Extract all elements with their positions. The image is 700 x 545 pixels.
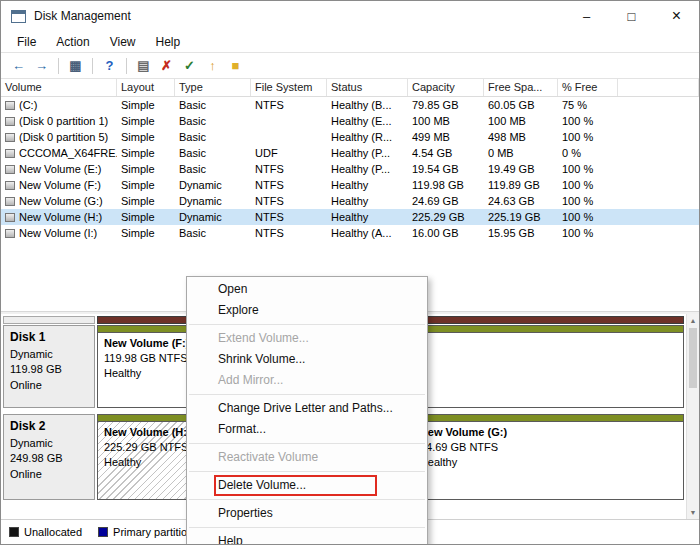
volume-row[interactable]: (Disk 0 partition 5)SimpleBasicHealthy (…	[1, 129, 699, 145]
back-icon[interactable]: ←	[7, 55, 30, 76]
status-cell: Healthy (R...	[327, 131, 408, 143]
volume-name: New Volume (E:)	[19, 163, 102, 175]
scrollbar-thumb[interactable]	[689, 328, 697, 388]
context-menu-item-add-mirror: Add Mirror...	[187, 370, 427, 391]
format-icon[interactable]: ✓	[178, 55, 201, 76]
close-button[interactable]: ×	[654, 1, 699, 31]
context-menu-item-open[interactable]: Open	[187, 279, 427, 300]
column-header-free-spa[interactable]: Free Spa...	[484, 79, 558, 96]
column-header-filler	[618, 79, 699, 96]
column-header-free[interactable]: % Free	[558, 79, 618, 96]
context-menu-item-format[interactable]: Format...	[187, 419, 427, 440]
context-menu-item-explore[interactable]: Explore	[187, 300, 427, 321]
disk-type: Dynamic	[10, 436, 88, 451]
volume-row[interactable]: CCCOMA_X64FRE...SimpleBasicUDFHealthy (P…	[1, 145, 699, 161]
layout-cell: Simple	[117, 227, 175, 239]
disk-1-label[interactable]: Disk 1 Dynamic 119.98 GB Online	[3, 325, 95, 408]
window-title: Disk Management	[34, 9, 131, 23]
volume-table-header: VolumeLayoutTypeFile SystemStatusCapacit…	[1, 79, 699, 97]
maximize-button[interactable]: □	[609, 1, 654, 31]
volume-row[interactable]: (C:)SimpleBasicNTFSHealthy (B...79.85 GB…	[1, 97, 699, 113]
free-space-cell: 60.05 GB	[484, 99, 558, 111]
column-header-capacity[interactable]: Capacity	[408, 79, 484, 96]
layout-cell: Simple	[117, 115, 175, 127]
volume-row[interactable]: New Volume (G:)SimpleDynamicNTFSHealthy2…	[1, 193, 699, 209]
legend-label: Primary partition	[113, 526, 193, 538]
volume-row[interactable]: New Volume (F:)SimpleDynamicNTFSHealthy1…	[1, 177, 699, 193]
context-menu-item-reactivate-volume: Reactivate Volume	[187, 447, 427, 468]
column-header-type[interactable]: Type	[175, 79, 251, 96]
context-menu-item-help[interactable]: Help	[187, 531, 427, 545]
column-header-volume[interactable]: Volume	[1, 79, 117, 96]
help-icon[interactable]: ?	[98, 55, 121, 76]
menu-separator	[189, 324, 425, 325]
volume-cell: New Volume (I:)	[1, 227, 117, 239]
forward-icon[interactable]: →	[30, 55, 53, 76]
volume-cell: (C:)	[1, 99, 117, 111]
menu-help[interactable]: Help	[146, 35, 191, 49]
column-header-layout[interactable]: Layout	[117, 79, 175, 96]
type-cell: Basic	[175, 99, 251, 111]
volume-row[interactable]: New Volume (H:)SimpleDynamicNTFSHealthy2…	[1, 209, 699, 225]
menubar: FileActionViewHelp	[1, 31, 699, 52]
context-menu-item-delete-volume[interactable]: Delete Volume...	[187, 475, 427, 496]
menu-separator	[189, 471, 425, 472]
delete-icon[interactable]: ✗	[155, 55, 178, 76]
file-system-cell: UDF	[251, 147, 327, 159]
context-menu-item-properties[interactable]: Properties	[187, 503, 427, 524]
pct-free-cell: 100 %	[558, 179, 618, 191]
folder-icon[interactable]: ■	[224, 55, 247, 76]
disk-volume[interactable]: New Volume (G:)24.69 GB NTFSHealthy	[414, 415, 683, 499]
up-icon[interactable]: ↑	[201, 55, 224, 76]
pct-free-cell: 75 %	[558, 99, 618, 111]
free-space-cell: 0 MB	[484, 147, 558, 159]
context-menu-item-change-drive-letter-and-paths[interactable]: Change Drive Letter and Paths...	[187, 398, 427, 419]
context-menu-item-shrink-volume[interactable]: Shrink Volume...	[187, 349, 427, 370]
annotation-highlight	[214, 475, 377, 496]
column-header-file-system[interactable]: File System	[251, 79, 327, 96]
drive-icon	[5, 133, 15, 142]
disk-type: Dynamic	[10, 347, 88, 362]
volume-row[interactable]: (Disk 0 partition 1)SimpleBasicHealthy (…	[1, 113, 699, 129]
minimize-button[interactable]: –	[564, 1, 609, 31]
console-tree-icon[interactable]: ▦	[64, 55, 87, 76]
volume-status: Healthy	[420, 455, 677, 470]
volume-row[interactable]: New Volume (E:)SimpleBasicNTFSHealthy (P…	[1, 161, 699, 177]
capacity-cell: 19.54 GB	[408, 163, 484, 175]
scroll-up-icon[interactable]: ▲	[687, 314, 699, 327]
type-cell: Dynamic	[175, 179, 251, 191]
volume-row[interactable]: New Volume (I:)SimpleBasicNTFSHealthy (A…	[1, 225, 699, 241]
pct-free-cell: 100 %	[558, 195, 618, 207]
volume-name: New Volume (G:)	[19, 195, 103, 207]
file-system-cell: NTFS	[251, 195, 327, 207]
menu-file[interactable]: File	[7, 35, 46, 49]
pct-free-cell: 100 %	[558, 163, 618, 175]
drive-icon	[5, 213, 15, 222]
drive-icon	[5, 181, 15, 190]
vertical-scrollbar[interactable]: ▲ ▼	[686, 314, 699, 519]
drive-icon	[5, 229, 15, 238]
layout-cell: Simple	[117, 163, 175, 175]
disk-status: Online	[10, 378, 88, 393]
type-cell: Basic	[175, 131, 251, 143]
status-cell: Healthy	[327, 179, 408, 191]
menu-action[interactable]: Action	[46, 35, 99, 49]
status-cell: Healthy (P...	[327, 147, 408, 159]
volume-info: New Volume (G:)24.69 GB NTFSHealthy	[414, 422, 683, 499]
scroll-down-icon[interactable]: ▼	[687, 506, 699, 519]
context-menu: OpenExploreExtend Volume...Shrink Volume…	[186, 276, 428, 545]
volume-cell: New Volume (H:)	[1, 211, 117, 223]
capacity-cell: 16.00 GB	[408, 227, 484, 239]
disk-2-label[interactable]: Disk 2 Dynamic 249.98 GB Online	[3, 414, 95, 500]
layout-cell: Simple	[117, 99, 175, 111]
column-header-status[interactable]: Status	[327, 79, 408, 96]
capacity-cell: 225.29 GB	[408, 211, 484, 223]
action-pane-icon[interactable]: ▤	[132, 55, 155, 76]
status-cell: Healthy (P...	[327, 163, 408, 175]
volume-name: (Disk 0 partition 5)	[19, 131, 108, 143]
type-cell: Dynamic	[175, 211, 251, 223]
menu-view[interactable]: View	[100, 35, 146, 49]
capacity-cell: 100 MB	[408, 115, 484, 127]
disk-status: Online	[10, 467, 88, 482]
pct-free-cell: 0 %	[558, 147, 618, 159]
